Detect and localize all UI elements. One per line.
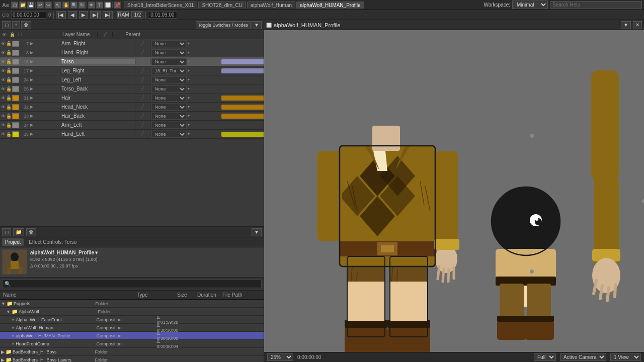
label-icon[interactable] bbox=[12, 104, 19, 110]
time-input[interactable] bbox=[11, 11, 46, 19]
select-tool[interactable]: ↖ bbox=[54, 2, 61, 9]
new-icon[interactable]: ◻ bbox=[11, 2, 18, 9]
expand-arrow[interactable]: ▶ bbox=[30, 59, 33, 64]
layer-row-hair-back[interactable]: 👁 🔓 33 ▶ Hair_Back ╱ None ▾ bbox=[0, 112, 264, 121]
layer-row-torso-back[interactable]: 👁 🔓 25 ▶ Torso_Back ╱ None ▾ bbox=[0, 84, 264, 94]
visibility-icon[interactable]: 👁 bbox=[1, 123, 6, 128]
visibility-icon[interactable]: 👁 bbox=[1, 132, 6, 137]
tab-alphawolf-human[interactable]: alphaWolf_Human bbox=[247, 2, 295, 9]
delete-layer-button[interactable]: 🗑 bbox=[21, 21, 31, 29]
solo-icon[interactable]: ╱ bbox=[141, 50, 144, 55]
layer-row-hand-left[interactable]: 👁 🔓 35 ▶ Hand_Left ╱ None ▾ bbox=[0, 130, 264, 139]
label-icon[interactable] bbox=[12, 86, 19, 92]
visibility-icon[interactable]: 👁 bbox=[1, 41, 6, 46]
ram-preview-button[interactable]: RAM bbox=[117, 11, 129, 19]
lock-icon[interactable]: 🔓 bbox=[6, 105, 12, 110]
lock-icon[interactable]: 🔓 bbox=[6, 59, 12, 64]
layer-row-arm-left[interactable]: 👁 🔓 34 ▶ Arm_Left ╱ None ▾ bbox=[0, 121, 264, 130]
lock-icon[interactable]: 🔓 bbox=[6, 114, 12, 119]
comp-viewer[interactable] bbox=[264, 30, 644, 352]
file-row-badbros-layers[interactable]: ▶ 📁 BadBrothers_HillBoys Layers Folder bbox=[0, 356, 264, 362]
resolution-select[interactable]: Full Half bbox=[534, 353, 556, 361]
parent-select[interactable]: None bbox=[151, 85, 187, 93]
save-icon[interactable]: 💾 bbox=[27, 2, 34, 9]
parent-select[interactable]: None bbox=[151, 95, 187, 102]
tab-effect-controls[interactable]: Effect Controls: Torso bbox=[26, 238, 79, 246]
go-end-button[interactable]: ▶| bbox=[103, 11, 113, 19]
project-search-input[interactable] bbox=[2, 280, 262, 288]
solo-icon[interactable]: ╱ bbox=[141, 123, 144, 127]
resolution-button[interactable]: 1/2 bbox=[131, 11, 143, 19]
file-row-human-profile[interactable]: ▪ alphaWolf_HUMAN_Profile Composition Δ … bbox=[0, 332, 264, 340]
visibility-icon[interactable]: 👁 bbox=[1, 105, 6, 110]
visibility-icon[interactable]: 👁 bbox=[1, 96, 6, 101]
search-help-input[interactable] bbox=[550, 1, 642, 9]
comp-minimize-button[interactable]: ▼ bbox=[621, 21, 631, 29]
workspace-select[interactable]: Minimal Standard bbox=[512, 1, 548, 9]
tab-alphawolf-profile[interactable]: alphaWolf_HUMAN_Profile bbox=[296, 2, 364, 9]
label-icon[interactable] bbox=[12, 77, 19, 83]
layer-row-hair[interactable]: 👁 🔓 31 ▶ Hair ╱ None ▾ bbox=[0, 94, 264, 103]
expand-arrow[interactable]: ▶ bbox=[30, 132, 33, 136]
file-row-puppets[interactable]: ▼ 📁 Puppets Folder bbox=[0, 300, 264, 308]
puppet-pin-tool[interactable]: 📌 bbox=[114, 2, 121, 9]
expand-arrow[interactable]: ▶ bbox=[30, 86, 33, 91]
project-delete-button[interactable]: 🗑 bbox=[26, 228, 36, 236]
parent-select[interactable]: None bbox=[151, 58, 187, 65]
visibility-icon[interactable]: 👁 bbox=[1, 68, 6, 73]
parent-select[interactable]: None bbox=[151, 122, 187, 129]
file-row-facefront[interactable]: ▪ Alpha_Wolf_FaceFront Composition Δ 0:0… bbox=[0, 316, 264, 324]
label-icon[interactable] bbox=[12, 59, 19, 65]
layer-row-leg-left[interactable]: 👁 🔓 24 ▶ Leg_Left ╱ None ▾ bbox=[0, 75, 264, 84]
label-icon[interactable] bbox=[12, 113, 19, 119]
undo-icon[interactable]: ↩ bbox=[37, 2, 44, 9]
file-row-alphawolf[interactable]: ▼ 📁 AlphaWolf Folder bbox=[0, 308, 264, 316]
visibility-icon[interactable]: 👁 bbox=[1, 59, 6, 64]
lock-icon[interactable]: 🔓 bbox=[6, 68, 12, 73]
expand-arrow[interactable]: ▶ bbox=[30, 50, 33, 55]
parent-select[interactable]: None bbox=[151, 113, 187, 120]
collapse-bottom-button[interactable]: ▼ bbox=[252, 228, 262, 236]
rotate-tool[interactable]: ↻ bbox=[78, 2, 86, 9]
file-row-human[interactable]: ▪ AlphaWolf_Human Composition Δ 0:30;30:… bbox=[0, 324, 264, 332]
play-button[interactable]: ▶ bbox=[79, 11, 88, 19]
expand-arrow[interactable]: ▶ bbox=[30, 105, 33, 109]
zoom-tool[interactable]: 🔍 bbox=[70, 2, 77, 9]
expand-arrow[interactable]: ▶ bbox=[30, 114, 33, 118]
solo-icon[interactable]: ╱ bbox=[141, 86, 144, 91]
project-folder-button[interactable]: 📁 bbox=[13, 228, 24, 236]
file-row-headfront[interactable]: ▪ HeadFrontComp Composition Δ 0:00;80:04 bbox=[0, 340, 264, 348]
toggle-expand-button[interactable]: ◻ bbox=[2, 21, 11, 29]
collapse-button[interactable]: ▼ bbox=[252, 21, 262, 29]
hand-tool[interactable]: ✋ bbox=[62, 2, 69, 9]
parent-select[interactable]: None bbox=[151, 131, 187, 138]
pen-tool[interactable]: ✒ bbox=[88, 2, 95, 9]
layer-row-hand-right[interactable]: 👁 🔓 8 ▶ Hand_Right ╱ None ▾ bbox=[0, 48, 264, 57]
view-select[interactable]: 1 View 2 Views bbox=[610, 353, 641, 361]
expand-arrow[interactable]: ▶ bbox=[30, 96, 33, 100]
solo-icon[interactable]: ╱ bbox=[141, 68, 144, 73]
lock-icon[interactable]: 🔓 bbox=[6, 86, 12, 92]
project-dropdown-arrow[interactable]: ▾ bbox=[95, 249, 98, 256]
solo-icon[interactable]: ╱ bbox=[141, 132, 144, 136]
parent-select[interactable]: None bbox=[151, 49, 187, 56]
visibility-icon[interactable]: 👁 bbox=[1, 50, 6, 55]
lock-icon[interactable]: 🔓 bbox=[6, 77, 12, 82]
lock-icon[interactable]: 🔓 bbox=[6, 50, 12, 55]
toggle-switches-button[interactable]: Toggle Switches / Modes bbox=[196, 21, 251, 29]
layer-row-leg-right[interactable]: 👁 🔓 17 ▶ Leg_Right ╱ 18: Rt_Thi ▾ bbox=[0, 66, 264, 75]
parent-select[interactable]: None bbox=[151, 104, 187, 111]
parent-select[interactable]: None bbox=[151, 76, 187, 83]
expand-arrow[interactable]: ▶ bbox=[30, 68, 33, 73]
visibility-icon[interactable]: 👁 bbox=[1, 114, 6, 119]
visibility-icon[interactable]: 👁 bbox=[1, 77, 6, 82]
tab-shot28[interactable]: SHOT28_dlm_CU bbox=[198, 2, 246, 9]
solo-icon[interactable]: ╱ bbox=[141, 105, 144, 109]
project-new-button[interactable]: ◻ bbox=[2, 228, 11, 236]
visibility-icon[interactable]: 👁 bbox=[1, 86, 6, 92]
step-back-button[interactable]: ◀ bbox=[68, 11, 77, 19]
camera-select[interactable]: Active Camera bbox=[560, 353, 606, 361]
label-icon[interactable] bbox=[12, 131, 19, 137]
parent-select[interactable]: 18: Rt_Thi bbox=[151, 67, 187, 74]
parent-select[interactable]: None bbox=[151, 40, 187, 47]
